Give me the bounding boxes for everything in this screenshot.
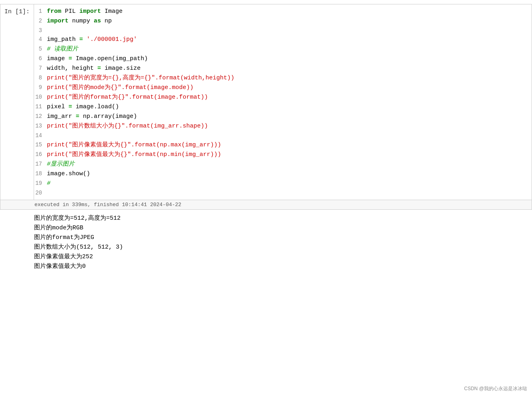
token-normal: img_path xyxy=(47,36,79,43)
line-content: # 读取图片 xyxy=(47,45,528,54)
token-normal: image xyxy=(47,55,69,62)
token-kw-equals: = xyxy=(97,65,101,72)
token-normal: Image.open(img_path) xyxy=(72,55,148,62)
line-content: img_arr = np.array(image) xyxy=(47,112,528,122)
cell-output: 图片的宽度为=512,高度为=512图片的mode为RGB图片的format为J… xyxy=(0,210,532,275)
line-number: 7 xyxy=(34,64,47,73)
line-number: 18 xyxy=(34,169,47,179)
token-comment-green: # xyxy=(47,180,50,187)
line-number: 1 xyxy=(34,7,47,16)
output-line: 图片数组大小为(512, 512, 3) xyxy=(34,243,528,252)
line-number: 3 xyxy=(34,26,47,35)
line-content xyxy=(47,131,528,140)
code-line: 10print("图片的format为{}".format(image.form… xyxy=(34,93,532,102)
token-str-red: "图片的mode为{}" xyxy=(69,84,121,91)
line-content: print("图片像素值最大为{}".format(np.max(img_arr… xyxy=(47,140,528,150)
code-line: 12img_arr = np.array(image) xyxy=(34,112,532,122)
token-kw-equals: = xyxy=(69,103,72,110)
token-kw-as: as xyxy=(94,18,101,24)
line-content: width, height = image.size xyxy=(47,64,528,73)
token-str-red: "图片数组大小为{}" xyxy=(69,123,125,130)
token-normal: width, height xyxy=(47,65,97,72)
code-line: 9print("图片的mode为{}".format(image.mode)) xyxy=(34,83,532,93)
token-normal: PIL xyxy=(61,8,79,15)
execution-info: executed in 339ms, finished 10:14:41 202… xyxy=(0,200,532,210)
token-str-red: "图片像素值最大为{}" xyxy=(69,151,131,158)
output-line: 图片像素值最大为252 xyxy=(34,252,528,262)
line-number: 11 xyxy=(34,102,47,112)
token-normal: img_arr xyxy=(47,113,76,120)
line-number: 8 xyxy=(34,73,47,83)
line-content: print("图片的宽度为={},高度为={}".format(width,he… xyxy=(47,73,528,83)
token-print-red: print( xyxy=(47,75,69,81)
code-line: 15print("图片像素值最大为{}".format(np.max(img_a… xyxy=(34,140,532,150)
line-number: 19 xyxy=(34,179,47,188)
token-print-red: print( xyxy=(47,151,69,158)
cell-input: In [1]: 1from PIL import Image2import nu… xyxy=(0,4,532,200)
token-str-red: "图片的宽度为={},高度为={}" xyxy=(69,75,155,81)
token-normal: numpy xyxy=(69,18,94,24)
code-line: 5# 读取图片 xyxy=(34,45,532,54)
line-number: 6 xyxy=(34,54,47,64)
line-content: image.show() xyxy=(47,169,528,179)
line-number: 10 xyxy=(34,93,47,102)
token-print-red: .format(width,height)) xyxy=(155,75,234,81)
line-content: #显示图片 xyxy=(47,160,528,169)
line-content: image = Image.open(img_path) xyxy=(47,54,528,64)
code-line: 6image = Image.open(img_path) xyxy=(34,54,532,64)
watermark: CSDN @我的心永远是冰冰哒 xyxy=(464,385,527,392)
line-number: 16 xyxy=(34,150,47,160)
code-line: 17#显示图片 xyxy=(34,160,532,169)
code-line: 1from PIL import Image xyxy=(34,7,532,16)
line-number: 13 xyxy=(34,122,47,131)
line-content: print("图片的mode为{}".format(image.mode)) xyxy=(47,83,528,93)
line-content: print("图片像素值最大为{}".format(np.min(img_arr… xyxy=(47,150,528,160)
code-line: 14 xyxy=(34,131,532,140)
token-print-red: .format(image.mode)) xyxy=(121,84,193,91)
code-line: 19# xyxy=(34,179,532,188)
code-line: 13print("图片数组大小为{}".format(img_arr.shape… xyxy=(34,122,532,131)
cell-code-area[interactable]: 1from PIL import Image2import numpy as n… xyxy=(34,4,532,200)
line-content: print("图片数组大小为{}".format(img_arr.shape)) xyxy=(47,122,528,131)
line-content: # xyxy=(47,179,528,188)
token-print-red: .format(np.min(img_arr))) xyxy=(131,151,221,158)
line-number: 2 xyxy=(34,16,47,26)
token-print-red: print( xyxy=(47,142,69,148)
token-normal xyxy=(83,36,87,43)
token-normal: np xyxy=(101,18,112,24)
line-content: img_path = './000001.jpg' xyxy=(47,35,528,45)
line-number: 17 xyxy=(34,160,47,169)
token-str-red: "图片的format为{}" xyxy=(69,94,129,101)
token-normal: image.load() xyxy=(72,103,119,110)
token-comment-green: # 读取图片 xyxy=(47,46,78,53)
line-content xyxy=(47,188,528,197)
line-number: 12 xyxy=(34,112,47,122)
token-kw-import: import xyxy=(79,8,101,15)
output-line: 图片像素值最大为0 xyxy=(34,262,528,271)
token-print-red: .format(np.max(img_arr))) xyxy=(131,142,221,148)
line-number: 9 xyxy=(34,83,47,93)
code-line: 8print("图片的宽度为={},高度为={}".format(width,h… xyxy=(34,73,532,83)
notebook-cell: In [1]: 1from PIL import Image2import nu… xyxy=(0,4,532,275)
token-str-red: './000001.jpg' xyxy=(87,36,137,43)
token-kw-import: import xyxy=(47,18,69,24)
line-number: 5 xyxy=(34,45,47,54)
line-content: print("图片的format为{}".format(image.format… xyxy=(47,93,528,102)
code-line: 16print("图片像素值最大为{}".format(np.min(img_a… xyxy=(34,150,532,160)
line-content xyxy=(47,26,528,35)
token-normal: np.array(image) xyxy=(79,113,137,120)
token-normal: pixel xyxy=(47,103,69,110)
line-number: 15 xyxy=(34,140,47,150)
line-content: pixel = image.load() xyxy=(47,102,528,112)
line-content: from PIL import Image xyxy=(47,7,528,16)
token-normal: Image xyxy=(101,8,123,15)
code-line: 18image.show() xyxy=(34,169,532,179)
line-number: 20 xyxy=(34,188,47,197)
code-line: 3 xyxy=(34,26,532,35)
code-line: 2import numpy as np xyxy=(34,16,532,26)
token-kw-equals: = xyxy=(79,36,83,43)
token-kw-equals: = xyxy=(76,113,79,120)
code-line: 20 xyxy=(34,188,532,197)
token-normal: image.show() xyxy=(47,170,90,177)
line-content: import numpy as np xyxy=(47,16,528,26)
